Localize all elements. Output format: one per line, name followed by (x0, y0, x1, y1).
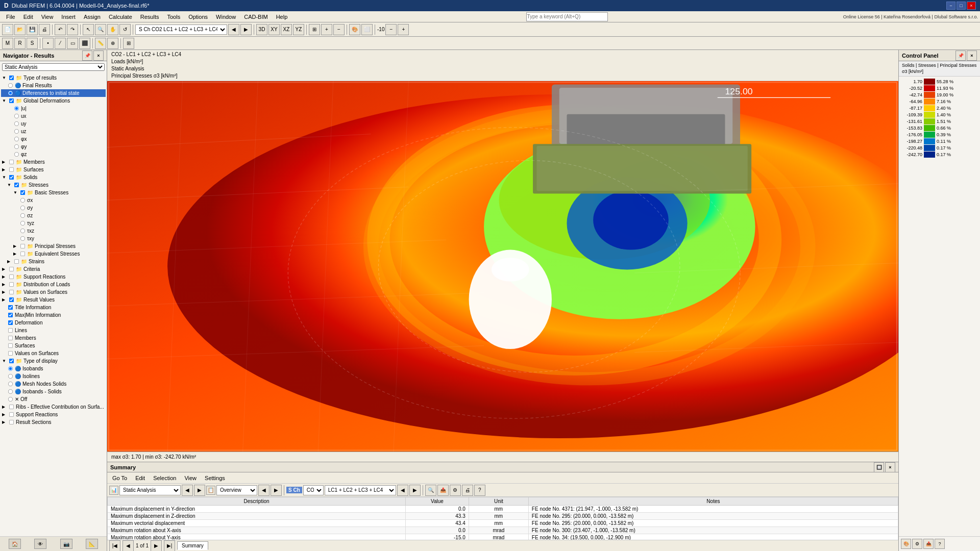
phix-radio[interactable] (14, 137, 19, 141)
ux-radio[interactable] (14, 114, 19, 118)
prev-lc[interactable]: ◀ (228, 24, 239, 35)
tree-uz[interactable]: uz (1, 128, 106, 135)
sigmaz-radio[interactable] (20, 213, 25, 218)
sigmax-radio[interactable] (20, 198, 25, 203)
tree-lines[interactable]: Lines (1, 327, 106, 334)
summary-edit[interactable]: Edit (132, 474, 148, 482)
prev-page[interactable]: ◀ (122, 540, 134, 552)
tree-sigmax[interactable]: σx (1, 196, 106, 204)
view-xz[interactable]: XZ (281, 24, 292, 35)
help-btn[interactable]: ? (474, 485, 485, 496)
save-button[interactable]: 💾 (27, 24, 38, 35)
nav-pin[interactable]: 📌 (82, 51, 92, 61)
tree-type-display[interactable]: ▼ 📁 Type of display (1, 357, 106, 365)
uy-radio[interactable] (14, 121, 19, 126)
new-button[interactable]: 📄 (2, 24, 13, 35)
section-btn[interactable]: S (27, 38, 38, 49)
tree-criteria[interactable]: ▶ 📁 Criteria (1, 265, 106, 273)
menu-cadbim[interactable]: CAD-BIM (240, 13, 272, 21)
nav-close[interactable]: × (93, 51, 104, 61)
minimize-button[interactable]: − (946, 2, 955, 10)
principal-check[interactable] (20, 244, 25, 248)
summary-selection[interactable]: Selection (150, 474, 179, 482)
dist-loads-check[interactable] (9, 282, 14, 287)
menu-assign[interactable]: Assign (80, 13, 105, 21)
overview-select[interactable]: Overview (216, 485, 257, 495)
tree-maxmin[interactable]: Max|Min Information (1, 311, 106, 319)
tree-distribution-loads[interactable]: ▶ 📁 Distribution of Loads (1, 281, 106, 288)
tree-support-reactions[interactable]: ▶ 📁 Support Reactions (1, 273, 106, 281)
basic-stresses-check[interactable] (20, 190, 25, 195)
tree-values-surfaces[interactable]: ▶ 📁 Values on Surfaces (1, 288, 106, 296)
snap-btn[interactable]: ⊕ (107, 38, 118, 49)
tree-val-surfaces2[interactable]: Values on Surfaces (1, 349, 106, 357)
rotate-button[interactable]: ↺ (119, 24, 131, 35)
tree-members[interactable]: ▶ 📁 Members (1, 158, 106, 166)
summary-settings[interactable]: Settings (202, 474, 228, 482)
tree-sigmay[interactable]: σy (1, 204, 106, 212)
phiy-radio[interactable] (14, 144, 19, 149)
stresses-check[interactable] (14, 183, 19, 187)
summary-close[interactable]: × (885, 462, 895, 472)
isobands-solids-radio[interactable] (8, 389, 13, 394)
view-3d[interactable]: 3D (256, 24, 267, 35)
uz-radio[interactable] (14, 129, 19, 134)
val-surfaces-check[interactable] (9, 290, 14, 294)
tree-u-abs[interactable]: |u| (1, 105, 106, 112)
menu-view[interactable]: View (37, 13, 58, 21)
tree-tauxy[interactable]: τxy (1, 235, 106, 242)
type-results-check[interactable] (9, 76, 14, 80)
zoom-plus[interactable]: + (398, 24, 409, 35)
sigmay-radio[interactable] (20, 206, 25, 210)
tauyz-radio[interactable] (20, 221, 25, 226)
next-lc2[interactable]: ▶ (409, 485, 421, 496)
cp-pin[interactable]: 📌 (955, 51, 966, 61)
maximize-button[interactable]: □ (957, 2, 966, 10)
strains-check[interactable] (14, 259, 19, 264)
tree-type-of-results[interactable]: ▼ 📁 Type of results (1, 74, 106, 82)
filter-btn[interactable]: 🔍 (425, 485, 436, 496)
prev-lc2[interactable]: ◀ (397, 485, 408, 496)
export-btn[interactable]: 📤 (437, 485, 449, 496)
first-page[interactable]: |◀ (109, 540, 120, 552)
tree-tauxz[interactable]: τxz (1, 227, 106, 235)
analysis-type-select[interactable]: Static Analysis (2, 63, 105, 71)
ribs-check[interactable] (9, 405, 14, 409)
members-check[interactable] (9, 160, 14, 164)
tree-support-reactions2[interactable]: ▶ Support Reactions (1, 411, 106, 418)
menu-help[interactable]: Help (272, 13, 292, 21)
maxmin-check[interactable] (8, 313, 13, 317)
zoom-out[interactable]: − (333, 24, 345, 35)
support-react2-check[interactable] (9, 412, 14, 417)
tree-isobands[interactable]: 🔵 Isobands (1, 365, 106, 372)
cp-legend-edit[interactable]: 🎨 (901, 539, 911, 549)
lines-btn[interactable]: ∕ (55, 38, 66, 49)
tree-uy[interactable]: uy (1, 120, 106, 128)
menu-insert[interactable]: Insert (57, 13, 80, 21)
prev-analysis[interactable]: ◀ (182, 485, 193, 496)
surfaces-check[interactable] (9, 167, 14, 172)
result-sections-check[interactable] (9, 420, 14, 424)
lc-select2[interactable]: LC1 + LC2 + LC3 + LC4 (325, 485, 396, 495)
tree-equivalent[interactable]: ▶ 📁 Equivalent Stresses (1, 250, 106, 258)
summary-view[interactable]: View (181, 474, 200, 482)
tree-off[interactable]: ✕ Off (1, 395, 106, 403)
tree-sigmaz[interactable]: σz (1, 212, 106, 219)
cp-close[interactable]: × (967, 51, 977, 61)
surfaces-btn[interactable]: ▭ (67, 38, 78, 49)
co-select[interactable]: CO2 (303, 485, 324, 495)
summary-restore[interactable]: 🔲 (874, 462, 884, 472)
view-yz[interactable]: YZ (293, 24, 304, 35)
isolines-radio[interactable] (8, 374, 13, 379)
wire-btn[interactable]: ⬜ (361, 24, 373, 35)
cp-settings[interactable]: ⚙ (912, 539, 922, 549)
type-display-check[interactable] (9, 359, 14, 363)
next-page[interactable]: ▶ (151, 540, 162, 552)
global-deform-check[interactable] (9, 98, 14, 103)
tree-isobands-solids[interactable]: 🔵 Isobands - Solids (1, 388, 106, 395)
isobands-radio[interactable] (8, 366, 13, 371)
phiz-radio[interactable] (14, 152, 19, 157)
equivalent-check[interactable] (20, 252, 25, 256)
tree-surfaces[interactable]: ▶ 📁 Surfaces (1, 166, 106, 173)
tree-basic-stresses[interactable]: ▼ 📁 Basic Stresses (1, 189, 106, 196)
